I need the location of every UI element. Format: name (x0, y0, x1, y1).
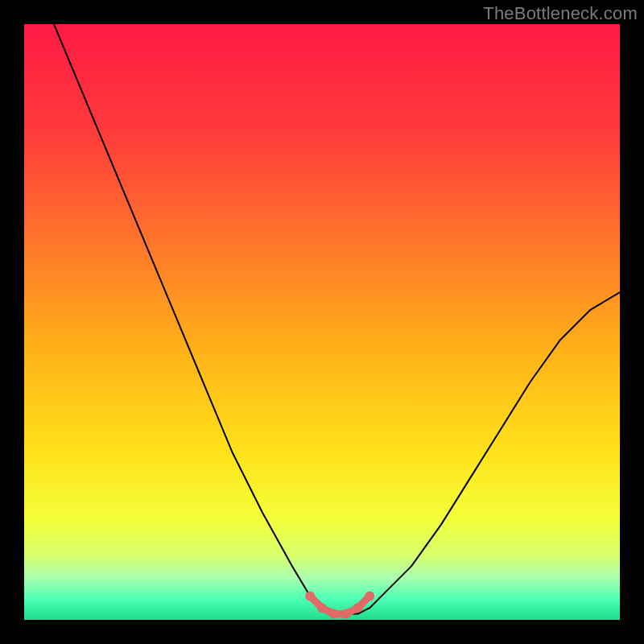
plot-area (24, 24, 620, 620)
optimal-point (353, 603, 362, 613)
optimal-point (305, 591, 315, 601)
bottleneck-curve (54, 24, 620, 614)
optimal-point (317, 603, 327, 613)
optimal-range-markers (305, 591, 374, 618)
curve-layer (24, 24, 620, 620)
chart-frame: TheBottleneck.com (0, 0, 644, 644)
optimal-point (365, 591, 374, 601)
optimal-point (341, 609, 351, 619)
watermark-text: TheBottleneck.com (483, 3, 638, 24)
optimal-point (329, 609, 339, 619)
